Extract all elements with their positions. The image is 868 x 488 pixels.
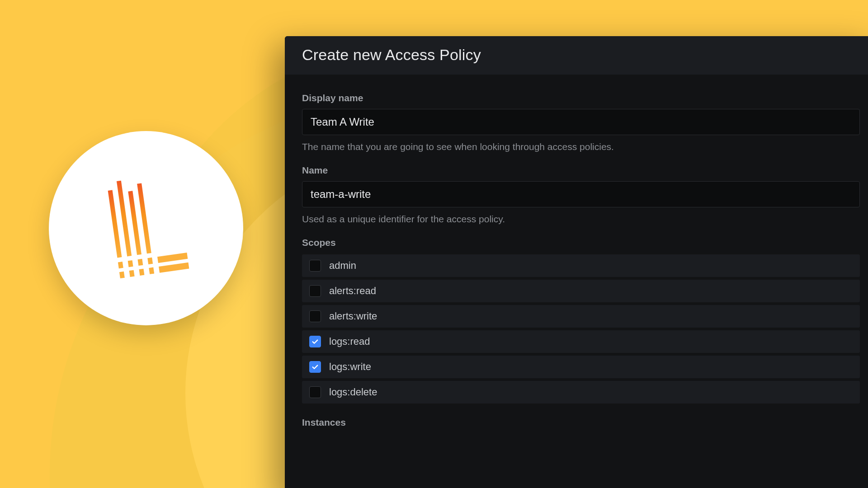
name-label: Name (302, 165, 860, 176)
scope-checkbox[interactable] (309, 310, 321, 322)
svg-rect-11 (149, 267, 154, 274)
scope-checkbox[interactable] (309, 386, 321, 398)
scopes-heading: Scopes (302, 237, 860, 248)
name-input[interactable] (302, 181, 860, 207)
svg-rect-13 (159, 263, 189, 273)
display-name-label: Display name (302, 93, 860, 103)
scope-row-logs-delete[interactable]: logs:delete (302, 381, 860, 404)
name-field: Name Used as a unique identifier for the… (302, 165, 860, 225)
scope-checkbox[interactable] (309, 260, 321, 272)
svg-rect-4 (118, 262, 123, 268)
instances-heading: Instances (302, 417, 860, 428)
loki-logo-icon (87, 169, 205, 287)
scope-label: alerts:read (329, 285, 376, 297)
create-access-policy-panel: Create new Access Policy Display name Th… (285, 36, 868, 488)
scope-row-logs-read[interactable]: logs:read (302, 330, 860, 353)
svg-rect-8 (119, 272, 125, 278)
scope-checkbox[interactable] (309, 285, 321, 297)
svg-rect-5 (128, 260, 133, 267)
scope-label: logs:write (329, 361, 371, 373)
scope-checkbox[interactable] (309, 361, 321, 373)
svg-rect-7 (147, 258, 153, 264)
svg-rect-12 (157, 253, 188, 263)
scope-checkbox[interactable] (309, 336, 321, 347)
stage: Create new Access Policy Display name Th… (0, 0, 868, 488)
scope-label: admin (329, 260, 356, 272)
logo-badge (49, 131, 243, 325)
svg-rect-6 (137, 259, 143, 266)
panel-title: Create new Access Policy (302, 46, 860, 64)
scope-list: adminalerts:readalerts:writelogs:readlog… (302, 254, 860, 404)
scope-row-logs-write[interactable]: logs:write (302, 356, 860, 378)
svg-rect-9 (129, 270, 135, 277)
scope-label: logs:read (329, 336, 370, 347)
display-name-input[interactable] (302, 109, 860, 135)
panel-header: Create new Access Policy (285, 36, 868, 75)
scope-label: logs:delete (329, 386, 377, 398)
display-name-help: The name that you are going to see when … (302, 141, 860, 152)
scope-row-alerts-read[interactable]: alerts:read (302, 280, 860, 302)
panel-body: Display name The name that you are going… (285, 75, 868, 452)
scope-label: alerts:write (329, 310, 377, 322)
scope-row-admin[interactable]: admin (302, 254, 860, 277)
svg-rect-10 (139, 269, 145, 276)
scope-row-alerts-write[interactable]: alerts:write (302, 305, 860, 328)
display-name-field: Display name The name that you are going… (302, 93, 860, 152)
name-help: Used as a unique identifier for the acce… (302, 214, 860, 225)
